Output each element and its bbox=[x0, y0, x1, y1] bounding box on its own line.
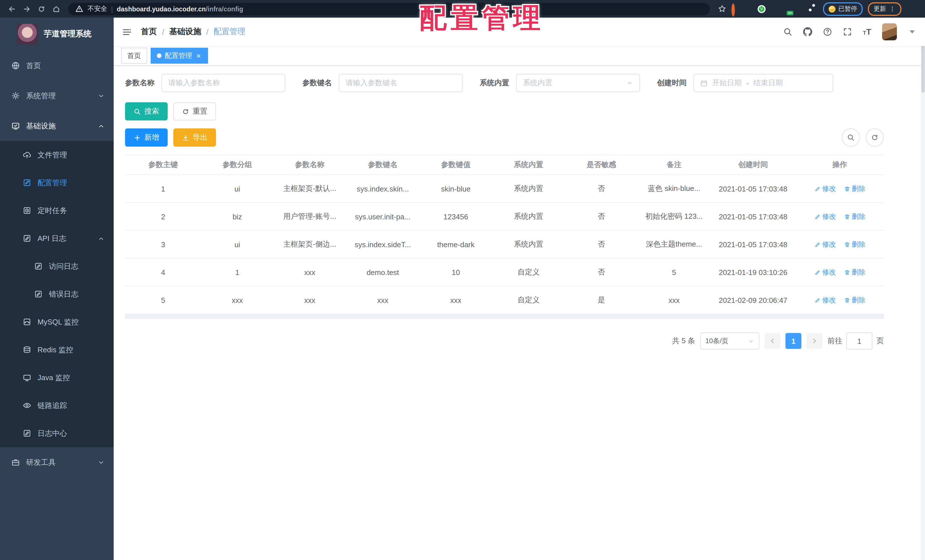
url-host: dashboard.yudao.iocoder.cn bbox=[117, 5, 206, 12]
sidebar-toggle-icon[interactable] bbox=[122, 27, 132, 37]
forward-icon[interactable] bbox=[21, 3, 33, 15]
edit-link[interactable]: 修改 bbox=[814, 239, 836, 249]
table-cell: 123456 bbox=[419, 203, 492, 230]
delete-link[interactable]: 删除 bbox=[844, 239, 865, 249]
app-logo[interactable]: 芋道管理系统 bbox=[0, 18, 114, 51]
tags-view-bar: 首页 配置管理 bbox=[114, 46, 925, 66]
column-header: 参数主键 bbox=[125, 155, 201, 175]
close-icon[interactable] bbox=[196, 53, 202, 59]
sidebar-item-error-log[interactable]: 错误日志 bbox=[0, 280, 114, 308]
sidebar-item-access-log[interactable]: 访问日志 bbox=[0, 252, 114, 280]
builtin-select[interactable]: 系统内置 bbox=[516, 74, 640, 92]
export-button[interactable]: 导出 bbox=[173, 128, 216, 147]
sidebar-item-infra[interactable]: 基础设施 bbox=[0, 111, 114, 141]
sidebar-item-redis[interactable]: Redis 监控 bbox=[0, 336, 114, 364]
goto-page-input[interactable] bbox=[846, 333, 872, 349]
tag-config[interactable]: 配置管理 bbox=[151, 48, 208, 64]
font-size-icon[interactable] bbox=[863, 27, 871, 36]
sidebar-item-home[interactable]: 首页 bbox=[0, 51, 114, 81]
refresh-table-button[interactable] bbox=[866, 128, 884, 147]
total-count: 共 5 条 bbox=[672, 336, 695, 346]
table-cell: 1 bbox=[125, 175, 201, 203]
breadcrumb-separator: / bbox=[206, 27, 209, 36]
table-cell: 自定义 bbox=[492, 286, 565, 314]
sidebar-item-job[interactable]: 定时任务 bbox=[0, 197, 114, 224]
column-header: 操作 bbox=[796, 155, 884, 175]
user-avatar[interactable] bbox=[882, 23, 897, 40]
page-size-select[interactable]: 10条/页 bbox=[700, 333, 759, 349]
reload-icon[interactable] bbox=[35, 3, 48, 15]
add-button[interactable]: 新增 bbox=[125, 128, 168, 147]
toggle-search-button[interactable] bbox=[842, 128, 860, 147]
next-page-button[interactable] bbox=[806, 333, 823, 349]
delete-link[interactable]: 删除 bbox=[844, 295, 865, 305]
table-cell-actions: 修改删除 bbox=[796, 258, 884, 286]
add-button-label: 新增 bbox=[145, 132, 159, 143]
table-cell-actions: 修改删除 bbox=[796, 203, 884, 230]
globe-icon bbox=[11, 62, 20, 70]
param-key-input[interactable]: 请输入参数键名 bbox=[339, 74, 462, 92]
url-path: /infra/config bbox=[206, 5, 243, 12]
sidebar-item-file[interactable]: 文件管理 bbox=[0, 141, 114, 169]
edit-link[interactable]: 修改 bbox=[814, 295, 836, 305]
delete-link[interactable]: 删除 bbox=[844, 184, 865, 194]
sidebar-item-config[interactable]: 配置管理 bbox=[0, 169, 114, 197]
orange-ring-extension-icon[interactable] bbox=[731, 5, 740, 13]
on-badge-extension-icon[interactable] bbox=[784, 5, 792, 13]
param-name-input[interactable]: 请输入参数名称 bbox=[161, 74, 285, 92]
sidebar-item-system[interactable]: 系统管理 bbox=[0, 81, 114, 111]
kebab-menu-icon[interactable] bbox=[889, 5, 896, 12]
edit-link[interactable]: 修改 bbox=[814, 212, 836, 221]
blue-pin-extension-icon[interactable] bbox=[744, 5, 753, 13]
date-range-picker[interactable]: 开始日期 - 结束日期 bbox=[693, 74, 833, 92]
security-label[interactable]: 不安全 bbox=[87, 5, 107, 13]
bookmark-star-icon[interactable] bbox=[718, 5, 726, 13]
delete-link[interactable]: 删除 bbox=[844, 212, 865, 221]
grid-extension-icon[interactable] bbox=[771, 5, 779, 13]
table-cell-actions: 修改删除 bbox=[796, 286, 884, 314]
sidebar-item-api-log[interactable]: API 日志 bbox=[0, 224, 114, 252]
table-cell: 主框架页-默认... bbox=[273, 175, 346, 203]
sidebar-item-devtools[interactable]: 研发工具 bbox=[0, 447, 114, 477]
table-cell: sys.index.skin... bbox=[346, 175, 419, 203]
breadcrumb-home[interactable]: 首页 bbox=[141, 27, 157, 37]
caret-down-icon[interactable] bbox=[908, 27, 917, 36]
page-scrollbar[interactable] bbox=[921, 18, 925, 560]
reset-button[interactable]: 重置 bbox=[173, 102, 216, 120]
page-number-button[interactable]: 1 bbox=[785, 333, 801, 349]
back-icon[interactable] bbox=[6, 3, 18, 15]
chevron-down-icon bbox=[98, 459, 105, 466]
table-cell: xxx bbox=[273, 258, 346, 286]
sidebar-item-log-center[interactable]: 日志中心 bbox=[0, 419, 114, 447]
green-check-extension-icon[interactable]: V bbox=[758, 5, 765, 13]
green-leaf-extension-icon[interactable] bbox=[797, 5, 805, 13]
paused-extension-badge[interactable]: 已暂停 bbox=[823, 2, 863, 16]
puzzle-extension-icon[interactable] bbox=[810, 5, 818, 13]
breadcrumb-infra[interactable]: 基础设施 bbox=[169, 27, 201, 37]
infra-icon bbox=[11, 122, 20, 130]
table-cell: ui bbox=[201, 230, 273, 258]
delete-link[interactable]: 删除 bbox=[844, 267, 865, 277]
url-text[interactable]: dashboard.yudao.iocoder.cn/infra/config bbox=[117, 5, 243, 12]
refresh-icon bbox=[182, 108, 189, 115]
help-icon[interactable] bbox=[823, 27, 832, 36]
warning-icon[interactable] bbox=[75, 5, 84, 13]
sidebar-item-trace[interactable]: 链路追踪 bbox=[0, 391, 114, 419]
search-icon[interactable] bbox=[783, 27, 792, 36]
browser-update-button[interactable]: 更新 bbox=[868, 2, 901, 16]
sidebar-item-java[interactable]: Java 监控 bbox=[0, 364, 114, 391]
address-bar[interactable]: 不安全 | dashboard.yudao.iocoder.cn/infra/c… bbox=[68, 3, 710, 15]
sidebar-item-mysql[interactable]: MySQL 监控 bbox=[0, 308, 114, 336]
search-button[interactable]: 搜索 bbox=[125, 102, 168, 120]
sidebar-item-label: 首页 bbox=[26, 60, 105, 71]
edit-link[interactable]: 修改 bbox=[814, 267, 836, 277]
github-icon[interactable] bbox=[803, 27, 812, 36]
fullscreen-icon[interactable] bbox=[843, 27, 852, 36]
navbar-actions bbox=[783, 23, 917, 40]
table-cell: demo.test bbox=[346, 258, 419, 286]
tag-home[interactable]: 首页 bbox=[121, 48, 147, 64]
edit-link[interactable]: 修改 bbox=[814, 184, 836, 194]
table-cell: 5 bbox=[638, 258, 710, 286]
prev-page-button[interactable] bbox=[764, 333, 780, 349]
home-button-icon[interactable] bbox=[50, 3, 63, 15]
